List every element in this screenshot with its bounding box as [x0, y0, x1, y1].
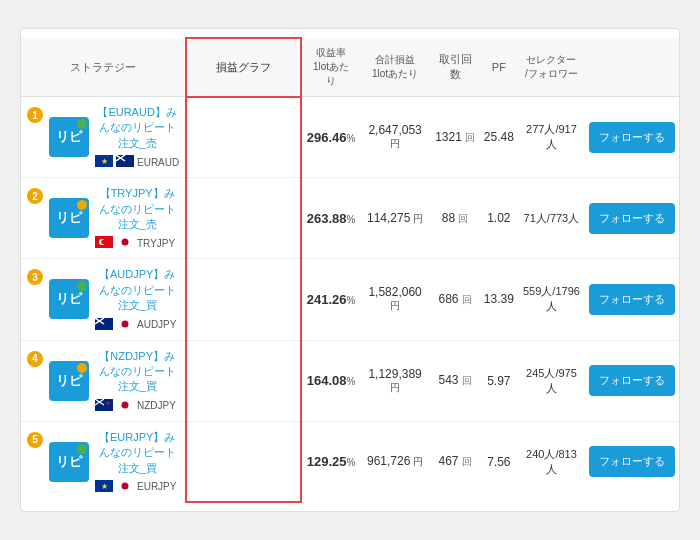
rank-badge: 2 [27, 188, 43, 204]
flag-eu: ★ [95, 155, 113, 169]
chart-cell-2 [186, 178, 301, 259]
profit-value: 961,726 [367, 454, 410, 468]
flag-eu: ★ [95, 480, 113, 494]
currency-tag: TRYJPY [95, 236, 179, 250]
table-row: 5 リピ 【EURJPY】みんなのリピート注文_買 ★ EURJPY [21, 421, 679, 502]
table-row: 4 リピ 【NZDJPY】みんなのリピート注文_買 NZDJPY [21, 340, 679, 421]
rate-cell-3: 241.26% [301, 259, 360, 340]
currency-label: AUDJPY [137, 319, 176, 330]
strategy-name[interactable]: 【NZDJPY】みんなのリピート注文_買 [95, 349, 179, 395]
header-strategy: ストラテジー [21, 38, 186, 97]
svg-text:★: ★ [101, 482, 108, 491]
follow-button-5[interactable]: フォローする [589, 446, 675, 477]
profit-value: 114,275 [367, 211, 410, 225]
trade-count: 686 [439, 292, 459, 306]
pf-value: 7.56 [487, 455, 510, 469]
trade-unit: 回 [462, 294, 472, 305]
strategy-table: ストラテジー 損益グラフ 収益率1lotあたり 合計損益1lotあたり 取引回数… [21, 37, 679, 503]
pf-cell-3: 13.39 [480, 259, 518, 340]
rate-value: 164.08 [307, 373, 347, 388]
currency-label: EURJPY [137, 481, 176, 492]
svg-point-8 [101, 240, 106, 245]
strategy-name[interactable]: 【EURJPY】みんなのリピート注文_買 [95, 430, 179, 476]
mini-chart-3 [194, 271, 294, 326]
flag-au [116, 155, 134, 169]
follow-cell-5: フォローする [585, 421, 679, 502]
profit-cell-4: 1,129,389 円 [360, 340, 430, 421]
svg-point-23 [122, 401, 129, 408]
trade-count: 88 [442, 211, 455, 225]
strategy-name[interactable]: 【AUDJPY】みんなのリピート注文_買 [95, 267, 179, 313]
trades-cell-5: 467 回 [430, 421, 480, 502]
profit-unit: 円 [390, 382, 400, 393]
svg-point-21 [107, 401, 110, 404]
rate-cell-1: 296.46% [301, 97, 360, 178]
header-pf: PF [480, 38, 518, 97]
pf-cell-2: 1.02 [480, 178, 518, 259]
header-chart: 損益グラフ [186, 38, 301, 97]
profit-cell-1: 2,647,053 円 [360, 97, 430, 178]
follow-button-4[interactable]: フォローする [589, 365, 675, 396]
rate-cell-5: 129.25% [301, 421, 360, 502]
trade-count: 467 [439, 454, 459, 468]
currency-tag: AUDJPY [95, 318, 179, 332]
logo-box: リピ [49, 198, 89, 238]
table-row: 3 リピ 【AUDJPY】みんなのリピート注文_買 AUDJPY [21, 259, 679, 340]
selector-cell-5: 240人/813人 [518, 421, 585, 502]
rate-cell-2: 263.88% [301, 178, 360, 259]
strategy-name[interactable]: 【EURAUD】みんなのリピート注文_売 [95, 105, 179, 151]
rate-value: 263.88 [307, 211, 347, 226]
follow-button-2[interactable]: フォローする [589, 203, 675, 234]
rate-unit: % [347, 133, 356, 144]
trade-unit: 回 [465, 132, 475, 143]
table-row: 2 リピ 【TRYJPY】みんなのリピート注文_売 TRYJPY [21, 178, 679, 259]
trades-cell-3: 686 回 [430, 259, 480, 340]
trade-unit: 回 [462, 456, 472, 467]
chart-cell-5 [186, 421, 301, 502]
selector-cell-2: 71人/773人 [518, 178, 585, 259]
flag-jp [116, 480, 134, 494]
trades-cell-2: 88 回 [430, 178, 480, 259]
currency-tag: ★ EURAUD [95, 155, 179, 169]
profit-unit: 円 [390, 300, 400, 311]
rank-badge: 4 [27, 351, 43, 367]
selector-cell-1: 277人/917人 [518, 97, 585, 178]
rate-unit: % [347, 376, 356, 387]
strategy-name[interactable]: 【TRYJPY】みんなのリピート注文_売 [95, 186, 179, 232]
profit-value: 2,647,053 [368, 123, 421, 137]
profit-cell-3: 1,582,060 円 [360, 259, 430, 340]
rate-value: 129.25 [307, 454, 347, 469]
pf-value: 13.39 [484, 292, 514, 306]
follow-cell-2: フォローする [585, 178, 679, 259]
pf-value: 1.02 [487, 211, 510, 225]
header-profit: 合計損益1lotあたり [360, 38, 430, 97]
trade-unit: 回 [462, 375, 472, 386]
main-container: ストラテジー 損益グラフ 収益率1lotあたり 合計損益1lotあたり 取引回数… [20, 28, 680, 512]
mini-chart-2 [194, 190, 294, 245]
strategy-info: 【EURAUD】みんなのリピート注文_売 ★ EURAUD [95, 105, 179, 169]
follow-cell-1: フォローする [585, 97, 679, 178]
follow-button-1[interactable]: フォローする [589, 122, 675, 153]
rate-unit: % [347, 457, 356, 468]
strategy-cell-3: 3 リピ 【AUDJPY】みんなのリピート注文_買 AUDJPY [21, 259, 186, 340]
flag-nz [95, 399, 113, 413]
strategy-cell-2: 2 リピ 【TRYJPY】みんなのリピート注文_売 TRYJPY [21, 178, 186, 259]
currency-tag: NZDJPY [95, 399, 179, 413]
follow-button-3[interactable]: フォローする [589, 284, 675, 315]
rate-unit: % [347, 295, 356, 306]
profit-unit: 円 [390, 138, 400, 149]
trade-count: 1321 [435, 130, 462, 144]
profit-value: 1,582,060 [368, 285, 421, 299]
pf-cell-1: 25.48 [480, 97, 518, 178]
rank-badge: 1 [27, 107, 43, 123]
svg-point-27 [122, 482, 129, 489]
profit-unit: 円 [410, 456, 423, 467]
selector-value: 240人/813人 [526, 448, 577, 475]
profit-cell-5: 961,726 円 [360, 421, 430, 502]
profit-unit: 円 [410, 213, 423, 224]
chart-cell-1 [186, 97, 301, 178]
strategy-info: 【EURJPY】みんなのリピート注文_買 ★ EURJPY [95, 430, 179, 494]
currency-tag: ★ EURJPY [95, 480, 179, 494]
logo-box: リピ [49, 117, 89, 157]
selector-cell-4: 245人/975人 [518, 340, 585, 421]
